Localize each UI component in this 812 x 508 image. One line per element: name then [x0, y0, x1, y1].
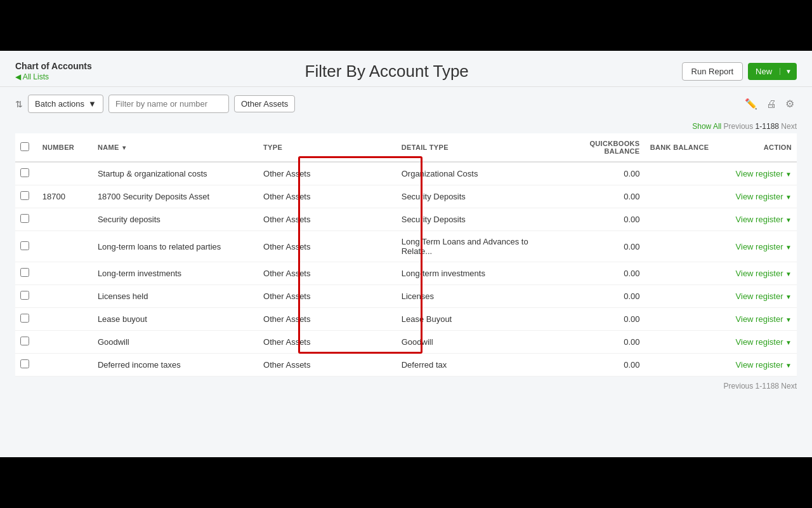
back-link[interactable]: ◀ All Lists: [15, 72, 92, 81]
row-name: Long-term loans to related parties: [93, 231, 258, 262]
row-name: Long-term investments: [93, 262, 258, 285]
row-action[interactable]: View register ▼: [714, 331, 797, 354]
action-dropdown-arrow[interactable]: ▼: [785, 217, 792, 224]
table-row: Lease buyout Other Assets Lease Buyout 0…: [15, 308, 797, 331]
row-action[interactable]: View register ▼: [714, 208, 797, 231]
row-type: Other Assets: [258, 354, 396, 377]
row-name: Goodwill: [93, 331, 258, 354]
row-checkbox-input[interactable]: [20, 359, 29, 368]
table-row: Security deposits Other Assets Security …: [15, 208, 797, 231]
settings-icon[interactable]: ⚙: [783, 95, 797, 112]
row-name: Security deposits: [93, 208, 258, 231]
col-name[interactable]: NAME ▾: [93, 133, 258, 162]
run-report-button[interactable]: Run Report: [682, 62, 743, 81]
row-action[interactable]: View register ▼: [714, 285, 797, 308]
row-detail-type: Licenses: [396, 285, 562, 308]
show-all-link[interactable]: Show All: [692, 122, 721, 131]
edit-icon[interactable]: ✏️: [742, 95, 760, 112]
new-button[interactable]: New ▼: [748, 63, 797, 80]
row-checkbox[interactable]: [15, 185, 37, 208]
row-detail-type: Security Deposits: [396, 185, 562, 208]
col-qb-balance: QUICKBOOKS BALANCE: [562, 133, 645, 162]
row-checkbox[interactable]: [15, 285, 37, 308]
select-all-checkbox[interactable]: [20, 142, 29, 151]
row-type: Other Assets: [258, 285, 396, 308]
row-checkbox-input[interactable]: [20, 268, 29, 277]
view-register-link[interactable]: View register: [736, 291, 783, 301]
action-dropdown-arrow[interactable]: ▼: [785, 316, 792, 323]
view-register-link[interactable]: View register: [736, 169, 783, 178]
row-bank-balance: [645, 262, 714, 285]
action-dropdown-arrow[interactable]: ▼: [785, 362, 792, 369]
top-pagination: Show All Previous 1-1188 Next: [0, 121, 812, 133]
batch-actions-arrow: ▼: [88, 99, 96, 109]
table-row: 18700 18700 Security Deposits Asset Othe…: [15, 185, 797, 208]
view-register-link[interactable]: View register: [736, 314, 783, 324]
row-checkbox[interactable]: [15, 162, 37, 185]
row-type: Other Assets: [258, 185, 396, 208]
row-action[interactable]: View register ▼: [714, 354, 797, 377]
row-bank-balance: [645, 185, 714, 208]
view-register-link[interactable]: View register: [736, 215, 783, 224]
row-bank-balance: [645, 162, 714, 185]
row-name: Deferred income taxes: [93, 354, 258, 377]
row-checkbox-input[interactable]: [20, 241, 29, 250]
row-action[interactable]: View register ▼: [714, 185, 797, 208]
view-register-link[interactable]: View register: [736, 242, 783, 251]
action-dropdown-arrow[interactable]: ▼: [785, 293, 792, 300]
bottom-pagination: Previous 1-1188 Next: [0, 377, 812, 398]
row-bank-balance: [645, 354, 714, 377]
view-register-link[interactable]: View register: [736, 192, 783, 201]
row-checkbox[interactable]: [15, 308, 37, 331]
row-detail-type: Deferred tax: [396, 354, 562, 377]
row-action[interactable]: View register ▼: [714, 308, 797, 331]
row-type: Other Assets: [258, 208, 396, 231]
action-dropdown-arrow[interactable]: ▼: [785, 171, 792, 178]
table-row: Startup & organizational costs Other Ass…: [15, 162, 797, 185]
col-number: NUMBER: [37, 133, 93, 162]
view-register-link[interactable]: View register: [736, 337, 783, 347]
row-checkbox[interactable]: [15, 231, 37, 262]
row-name: Licenses held: [93, 285, 258, 308]
row-bank-balance: [645, 285, 714, 308]
row-detail-type: Lease Buyout: [396, 308, 562, 331]
filter-input[interactable]: [108, 95, 229, 113]
action-dropdown-arrow[interactable]: ▼: [785, 244, 792, 251]
col-bank-balance: BANK BALANCE: [645, 133, 714, 162]
app-title: Chart of Accounts: [15, 61, 92, 71]
action-dropdown-arrow[interactable]: ▼: [785, 194, 792, 201]
row-qb-balance: 0.00: [562, 162, 645, 185]
filter-tag: Other Assets: [234, 95, 295, 112]
row-checkbox-input[interactable]: [20, 314, 29, 323]
new-button-arrow[interactable]: ▼: [780, 68, 797, 75]
sort-icon[interactable]: ⇅: [15, 99, 23, 109]
view-register-link[interactable]: View register: [736, 269, 783, 278]
row-checkbox[interactable]: [15, 262, 37, 285]
view-register-link[interactable]: View register: [736, 360, 783, 370]
row-number: 18700: [37, 185, 93, 208]
row-checkbox-input[interactable]: [20, 191, 29, 200]
row-number: [37, 354, 93, 377]
table-row: Licenses held Other Assets Licenses 0.00…: [15, 285, 797, 308]
batch-actions-button[interactable]: Batch actions ▼: [28, 95, 103, 113]
row-qb-balance: 0.00: [562, 262, 645, 285]
row-action[interactable]: View register ▼: [714, 231, 797, 262]
row-number: [37, 262, 93, 285]
row-number: [37, 162, 93, 185]
row-checkbox-input[interactable]: [20, 291, 29, 300]
table-row: Goodwill Other Assets Goodwill 0.00 View…: [15, 331, 797, 354]
row-action[interactable]: View register ▼: [714, 262, 797, 285]
row-checkbox[interactable]: [15, 331, 37, 354]
row-checkbox[interactable]: [15, 208, 37, 231]
table-row: Long-term loans to related parties Other…: [15, 231, 797, 262]
action-dropdown-arrow[interactable]: ▼: [785, 339, 792, 346]
row-checkbox-input[interactable]: [20, 214, 29, 223]
row-checkbox[interactable]: [15, 354, 37, 377]
row-qb-balance: 0.00: [562, 354, 645, 377]
row-checkbox-input[interactable]: [20, 168, 29, 177]
row-action[interactable]: View register ▼: [714, 162, 797, 185]
row-checkbox-input[interactable]: [20, 337, 29, 345]
col-checkbox: [15, 133, 37, 162]
action-dropdown-arrow[interactable]: ▼: [785, 271, 792, 277]
print-icon[interactable]: 🖨: [764, 96, 779, 112]
